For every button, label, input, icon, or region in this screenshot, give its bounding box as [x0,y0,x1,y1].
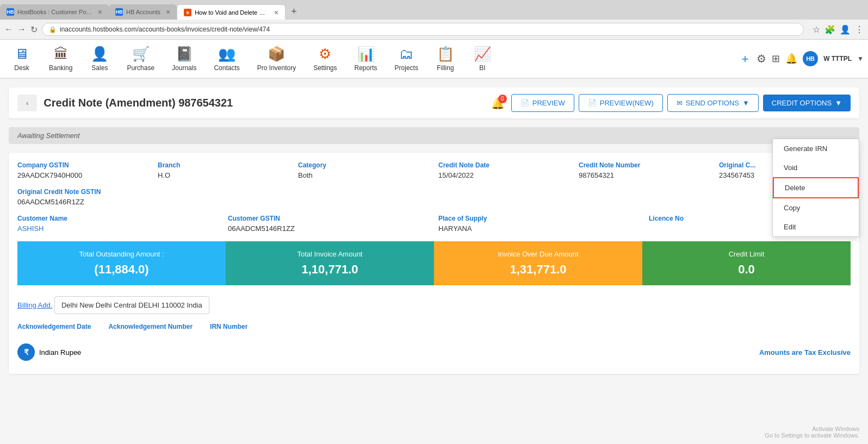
nav-desk[interactable]: 🖥 Desk [4,41,39,76]
category-value: Both [298,171,430,179]
nav-reports[interactable]: 📊 Reports [347,41,385,76]
desk-icon: 🖥 [15,46,29,62]
dropdown-copy[interactable]: Copy [773,198,859,217]
original-gstin-label: Original Credit Note GSTIN [17,188,851,196]
menu-button[interactable]: ⋮ [855,24,864,35]
browser-actions: ☆ 🧩 👤 ⋮ [813,24,864,35]
nav-contacts-label: Contacts [214,64,239,72]
credit-options-arrow: ▼ [835,99,842,107]
banking-icon: 🏛 [54,46,68,62]
credit-note-date-field: Credit Note Date 15/04/2022 [438,161,570,179]
header-actions: 📄 PREVIEW 📄 PREVIEW(NEW) ✉ SEND OPTIONS … [511,94,851,112]
send-options-button[interactable]: ✉ SEND OPTIONS ▼ [667,94,759,112]
tab-1-icon: HB [7,8,14,16]
dropdown-edit[interactable]: Edit [773,217,859,236]
company-dropdown-arrow[interactable]: ▼ [857,55,864,62]
dropdown-delete[interactable]: Delete [773,177,859,198]
credit-options-dropdown: Generate IRN Void Delete Copy Edit [772,139,859,237]
lock-icon: 🔒 [49,26,57,33]
header-right: ＋ ⚙ ⊞ 🔔 HB W TTTPL ▼ [739,51,864,67]
gstin-row: Original Credit Note GSTIN 06AADCM5146R1… [17,188,851,206]
tab-3-close[interactable]: × [274,8,278,17]
nav-filling[interactable]: 📋 Filling [428,41,463,76]
credit-limit-label: Credit Limit [729,250,765,258]
summary-boxes: Total Outstanding Amount : (11,884.0) To… [17,241,851,285]
status-text: Awaiting Settlement [17,132,80,140]
credit-note-date-label: Credit Note Date [438,161,570,169]
nav-projects[interactable]: 🗂 Projects [387,41,426,76]
new-tab-button[interactable]: + [286,6,302,17]
grid-icon[interactable]: ⊞ [772,53,780,65]
credit-options-button[interactable]: CREDIT OPTIONS ▼ [763,95,851,111]
nav-bi[interactable]: 📈 BI [465,41,500,76]
nav-settings[interactable]: ⚙ Settings [306,41,344,76]
credit-limit-box: Credit Limit 0.0 [642,241,851,285]
notification-icon[interactable]: 🔔 [785,53,797,65]
currency-name: Indian Rupee [39,348,81,357]
preview-button[interactable]: 📄 PREVIEW [511,94,574,112]
customer-name-field: Customer Name ASHISH [17,215,219,233]
currency-info: ₹ Indian Rupee [17,343,81,361]
nav-filling-label: Filling [437,64,454,72]
customer-gstin-value: 06AADCM5146R1ZZ [228,224,430,233]
reports-icon: 📊 [357,46,375,62]
credit-note-date-value: 15/04/2022 [438,171,570,179]
nav-journals[interactable]: 📓 Journals [164,41,204,76]
tab-1-close[interactable]: × [98,8,102,16]
currency-icon: ₹ [17,343,35,361]
credit-options-label: CREDIT OPTIONS [772,99,832,107]
acknowledgement-date-field: Acknowledgement Date [17,323,91,330]
gear-icon[interactable]: ⚙ [757,52,766,65]
sales-icon: 👤 [91,46,108,62]
nav-contacts[interactable]: 👥 Contacts [206,41,247,76]
nav-inventory-label: Pro Inventory [257,64,296,72]
total-outstanding-box: Total Outstanding Amount : (11,884.0) [17,241,226,285]
credit-note-number-value: 987654321 [579,171,710,179]
nav-bi-label: BI [479,64,485,72]
preview-new-button[interactable]: 📄 PREVIEW(NEW) [579,94,663,112]
address-bar[interactable]: 🔒 inaccounts.hostbooks.com/accounts-book… [42,23,804,36]
dropdown-generate-irn[interactable]: Generate IRN [773,139,859,158]
customer-row: Customer Name ASHISH Customer GSTIN 06AA… [17,215,851,233]
nav-settings-label: Settings [313,64,337,72]
tab-3[interactable]: e How to Void and Delete Credit N... × [177,4,286,20]
tab-1-label: HostBooks : Customer Portal [17,9,92,15]
windows-watermark: Activate Windows Go to Settings to activ… [765,426,859,439]
page-footer: ₹ Indian Rupee Amounts are Tax Exclusive [17,339,851,365]
nav-desk-label: Desk [14,64,29,72]
delete-label: Delete [785,184,805,192]
back-button[interactable]: ← [4,24,13,34]
customer-gstin-label: Customer GSTIN [228,215,430,222]
tab-2[interactable]: HB HB Accounts × [109,4,177,20]
original-gstin-field: Original Credit Note GSTIN 06AADCM5146R1… [17,188,851,206]
url-text: inaccounts.hostbooks.com/accounts-books/… [60,26,270,33]
form-row-1: Company GSTIN 29AADCK7940H000 Branch H.O… [17,161,851,179]
irn-number-label: IRN Number [210,323,247,330]
credit-note-number-field: Credit Note Number 987654321 [579,161,710,179]
back-page-button[interactable]: ‹ [17,95,37,111]
nav-banking[interactable]: 🏛 Banking [41,41,80,76]
nav-projects-label: Projects [395,64,418,72]
tab-2-close[interactable]: × [166,8,170,16]
extension-button[interactable]: 🧩 [824,24,835,35]
invoice-value: 1,10,771.0 [302,262,358,277]
forward-button[interactable]: → [17,24,26,34]
reload-button[interactable]: ↻ [30,24,38,35]
profile-button[interactable]: 👤 [840,24,851,35]
bottom-fields: Acknowledgement Date Acknowledgement Num… [17,323,851,330]
credit-note-number-label: Credit Note Number [579,161,710,169]
acknowledgement-number-label: Acknowledgement Number [108,323,193,330]
nav-purchase[interactable]: 🛒 Purchase [119,41,162,76]
nav-inventory[interactable]: 📦 Pro Inventory [250,41,303,76]
nav-sales[interactable]: 👤 Sales [82,41,117,76]
settings-icon: ⚙ [319,46,331,62]
watermark-line1: Activate Windows [765,426,859,432]
bookmark-button[interactable]: ☆ [813,24,820,35]
dropdown-void[interactable]: Void [773,158,859,177]
add-button[interactable]: ＋ [739,51,751,67]
avatar[interactable]: HB [803,51,818,66]
send-options-label: SEND OPTIONS [686,99,739,107]
tab-1[interactable]: HB HostBooks : Customer Portal × [0,4,109,20]
branch-label: Branch [158,161,289,169]
billing-add-link[interactable]: Billing Add. [17,301,52,309]
